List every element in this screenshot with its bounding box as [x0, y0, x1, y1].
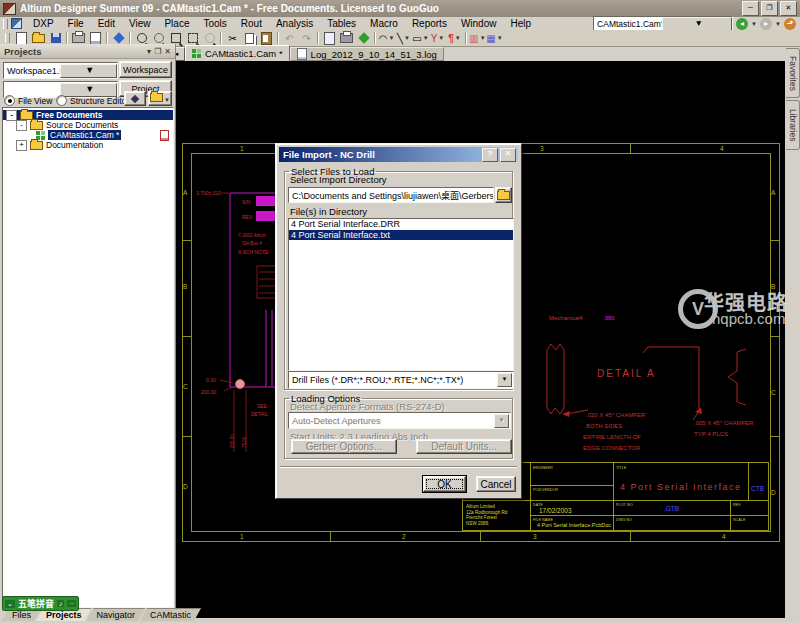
panel-close-icon[interactable]: ✕	[164, 47, 171, 56]
menu-item-dxp[interactable]: DXP	[26, 18, 61, 29]
print-icon[interactable]	[70, 31, 87, 45]
close-button[interactable]: ✕	[780, 1, 797, 16]
menu-item-macro[interactable]: Macro	[363, 18, 405, 29]
menu-item-rout[interactable]: Rout	[234, 18, 269, 29]
panel-tab-camtastic[interactable]: CAMtastic	[140, 608, 201, 621]
structure-editor-radio-icon[interactable]	[56, 95, 67, 106]
menu-item-edit[interactable]: Edit	[91, 18, 122, 29]
open-icon[interactable]	[30, 31, 47, 45]
workspace-dropdown-icon[interactable]: ▼	[60, 64, 118, 78]
cancel-button[interactable]: Cancel	[476, 476, 516, 492]
dialog-title-bar[interactable]: File Import - NC Drill ? ✕	[279, 147, 518, 162]
file-list-item-selected[interactable]: 4 Port Serial Interface.txt	[289, 230, 513, 241]
toolbar-grip	[5, 33, 10, 43]
cut-icon[interactable]: ✂	[224, 31, 241, 45]
ok-button[interactable]: OK	[423, 476, 466, 492]
paste-icon[interactable]	[258, 31, 275, 45]
workspace-combo[interactable]: Workspace1.DsnWrk ▼	[3, 62, 118, 79]
line-tool-icon[interactable]: ╲▼	[395, 31, 412, 45]
redo-icon[interactable]: ↷	[298, 31, 315, 45]
new-document-icon[interactable]	[13, 31, 30, 45]
sort-documents-button[interactable]	[124, 91, 146, 106]
tree-item-free-documents[interactable]: - Free Documents	[3, 110, 173, 120]
ime-sound-icon[interactable]: ♪	[57, 600, 65, 607]
rectangle-tool-icon[interactable]: ▭▼	[412, 31, 429, 45]
menu-item-analysis[interactable]: Analysis	[269, 18, 320, 29]
panel-menu-icon[interactable]: ▾	[147, 47, 151, 56]
zoom-in-icon[interactable]	[133, 31, 150, 45]
copy-icon[interactable]	[241, 31, 258, 45]
zone-row-d: D	[183, 483, 188, 490]
tab-label: CAMtastic1.Cam *	[205, 48, 283, 59]
dialog-close-icon[interactable]: ✕	[500, 148, 516, 162]
menu-item-view[interactable]: View	[122, 18, 158, 29]
date-value: 17/02/2003	[539, 507, 572, 514]
zoom-window-icon[interactable]	[167, 31, 184, 45]
tree-item-camtastic-file[interactable]: CAMtastic1.Cam *	[3, 130, 173, 140]
ime-punct-icon[interactable]: ··	[67, 600, 76, 607]
file-filter-combo[interactable]: Drill Files (*.DR*;*.ROU;*.RTE;*.NC*;*.T…	[288, 371, 514, 389]
panel-tab-navigator[interactable]: Navigator	[87, 608, 146, 621]
title-label: TITLE	[616, 466, 627, 470]
ctb-value: CTB	[751, 485, 764, 492]
wizard-tool-icon[interactable]: Y▼	[429, 31, 446, 45]
files-listbox[interactable]: 4 Port Serial Interface.DRR 4 Port Seria…	[288, 218, 514, 371]
ime-toolbar[interactable]: ⌄ 五笔拼音 ♪ ··	[2, 596, 79, 611]
tree-item-documentation[interactable]: + Documentation	[3, 140, 173, 150]
file-view-radio[interactable]: File View	[4, 95, 52, 106]
menu-item-window[interactable]: Window	[454, 18, 504, 29]
file-list-item[interactable]: 4 Port Serial Interface.DRR	[289, 219, 513, 230]
import-directory-input[interactable]	[288, 187, 494, 203]
menu-item-reports[interactable]: Reports	[405, 18, 454, 29]
engineer-label: ENGINEER	[533, 466, 553, 470]
restore-button[interactable]: ❐	[761, 1, 778, 16]
up-icon[interactable]: ⬏	[784, 18, 796, 30]
workspace-button[interactable]: Workspace	[119, 61, 172, 78]
camtastic-blue-icon[interactable]	[110, 31, 127, 45]
open-project-button[interactable]: ▼	[148, 91, 172, 106]
netlist-tool-icon[interactable]: ¶▼	[446, 31, 463, 45]
zoom-previous-icon[interactable]	[201, 31, 218, 45]
zone-row-d2: D	[771, 489, 776, 496]
print-preview-icon[interactable]	[87, 31, 104, 45]
panel-tab-libraries[interactable]: Libraries	[786, 100, 800, 150]
zoom-all-icon[interactable]	[184, 31, 201, 45]
browse-folder-button[interactable]	[495, 187, 512, 203]
menu-item-tables[interactable]: Tables	[320, 18, 363, 29]
menu-item-file[interactable]: File	[61, 18, 91, 29]
aperture-icon[interactable]	[321, 31, 338, 45]
file-view-radio-icon[interactable]	[4, 95, 15, 106]
arc-tool-icon[interactable]: ◠▼	[378, 31, 395, 45]
forward-dropdown-icon[interactable]: ▼	[775, 21, 781, 27]
undo-icon[interactable]: ↶	[281, 31, 298, 45]
zoom-out-icon[interactable]	[150, 31, 167, 45]
tree-item-source-documents[interactable]: - Source Documents	[3, 120, 173, 130]
filter-dropdown-icon[interactable]: ▼	[497, 373, 512, 387]
back-icon[interactable]: ◂	[736, 18, 748, 30]
film-icon[interactable]	[338, 31, 355, 45]
tab-log-file[interactable]: Log_2012_9_10_14_51_3.log	[290, 47, 444, 61]
collapse-icon[interactable]: -	[16, 120, 27, 131]
toolbar-separator	[129, 32, 131, 44]
toolbar-separator	[106, 32, 108, 44]
save-icon[interactable]	[47, 31, 64, 45]
grid-tool-icon[interactable]: ▦▼	[486, 31, 503, 45]
panel-tab-favorites[interactable]: Favorites	[786, 48, 800, 98]
menu-item-tools[interactable]: Tools	[196, 18, 233, 29]
forward-icon[interactable]: ▸	[760, 18, 772, 30]
company-line-3: Frenchs Forest	[466, 515, 498, 520]
panel-dock-icon[interactable]: ❐	[154, 47, 161, 56]
structure-editor-radio[interactable]: Structure Editor	[56, 95, 129, 106]
back-dropdown-icon[interactable]: ▼	[751, 21, 757, 27]
menu-item-help[interactable]: Help	[503, 18, 538, 29]
minimize-button[interactable]: ─	[742, 1, 759, 16]
expand-icon[interactable]: +	[16, 140, 27, 151]
tab-camtastic1[interactable]: CAMtastic1.Cam *	[185, 45, 290, 61]
menu-item-place[interactable]: Place	[157, 18, 196, 29]
ime-state-icon[interactable]: ⌄	[5, 600, 15, 608]
dialog-help-icon[interactable]: ?	[482, 148, 498, 162]
ok-diamond-icon[interactable]	[355, 31, 372, 45]
address-dropdown-icon[interactable]: ▼	[662, 17, 732, 31]
projects-panel: Projects ▾ ❐ ✕ Workspace1.DsnWrk ▼ Works…	[0, 44, 176, 608]
query-tool-icon[interactable]: ▥▼	[469, 31, 486, 45]
